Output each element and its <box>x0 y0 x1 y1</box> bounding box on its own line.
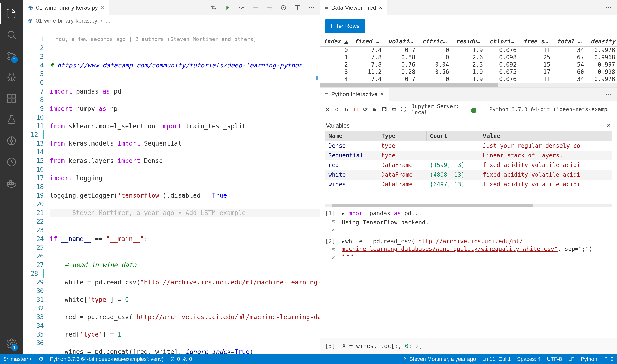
var-column-header[interactable]: Value <box>479 131 612 141</box>
blame-status[interactable]: Steven Mortimer, a year ago <box>402 356 476 362</box>
python-interactive-tab[interactable]: ≡ Python Interactive × <box>320 88 388 101</box>
branch-indicator[interactable]: master*+ <box>3 356 32 362</box>
column-header[interactable]: chlorid… <box>486 37 520 47</box>
line-gutter: 1234567891011121314151617181920212223242… <box>23 26 50 354</box>
cursor-position[interactable]: Ln 11, Col 1 <box>482 356 511 362</box>
extensions-icon[interactable] <box>0 88 23 109</box>
sync-button[interactable] <box>38 357 44 362</box>
gitlens-icon[interactable] <box>0 130 23 151</box>
sync-icon <box>38 357 44 362</box>
scm-badge: 2 <box>11 56 18 63</box>
var-column-header[interactable]: Name <box>325 131 378 141</box>
var-column-header[interactable]: Type <box>378 131 426 141</box>
code-editor[interactable]: 1234567891011121314151617181920212223242… <box>23 26 320 354</box>
column-header[interactable]: total s… <box>554 37 587 47</box>
save-icon[interactable]: 🖫 <box>382 106 387 112</box>
tab-title: 01-wine-binary-keras.py <box>36 4 98 11</box>
restart-kernel-icon[interactable]: ⟳ <box>363 106 368 112</box>
python-env[interactable]: Python 3.7.3 64-bit ('deep-nets-examples… <box>50 356 164 362</box>
compare-icon[interactable] <box>210 4 217 11</box>
table-row[interactable]: 17.80.8802.60.09825670.9968 <box>320 54 617 61</box>
data-viewer-tab[interactable]: ≡ Data Viewer - red × <box>320 0 387 15</box>
delete-cell-icon[interactable]: ✕ <box>332 254 335 261</box>
run-cell-icon[interactable] <box>238 4 245 11</box>
svg-point-25 <box>608 7 609 8</box>
column-header[interactable]: citric … <box>419 37 452 47</box>
run-above-icon[interactable] <box>252 4 259 11</box>
encoding-indicator[interactable]: UTF-8 <box>547 356 562 362</box>
variable-row[interactable]: SequentialtypeLinear stack of layers. <box>325 151 612 160</box>
variable-row[interactable]: DensetypeJust your regular densely-co <box>325 141 612 151</box>
column-header[interactable]: free su… <box>520 37 554 47</box>
variable-row[interactable]: winesDataFrame(6497, 13)fixed acidity vo… <box>325 180 612 189</box>
expand-icon[interactable]: ⛶ <box>401 106 406 112</box>
column-header[interactable]: fixed a… <box>351 37 385 47</box>
table-row[interactable]: 311.20.280.561.90.07517600.998 <box>320 68 617 76</box>
table-row[interactable]: 47.40.701.90.07611340.9978 <box>320 76 617 83</box>
horizontal-scrollbar[interactable] <box>320 83 617 87</box>
variable-row[interactable]: redDataFrame(1599, 13)fixed acidity vola… <box>325 160 612 170</box>
split-icon[interactable] <box>294 4 301 11</box>
column-header[interactable]: residua… <box>452 37 486 47</box>
codelens[interactable]: You, a few seconds ago | 2 authors (Stev… <box>50 35 320 44</box>
debug-icon[interactable] <box>0 66 23 88</box>
interactive-input[interactable]: [3] X = wines.iloc[:, 0:12] <box>320 338 617 354</box>
timeline-icon[interactable] <box>0 151 23 173</box>
more-icon[interactable] <box>605 4 612 11</box>
cell-code[interactable]: import pandas as pd... <box>345 210 612 217</box>
close-icon[interactable]: × <box>101 4 104 11</box>
more-icon[interactable] <box>308 4 315 11</box>
minimap[interactable] <box>315 26 320 354</box>
filter-rows-button[interactable]: Filter Rows <box>325 19 365 33</box>
jupyter-server-label[interactable]: Jupyter Server: local <box>411 103 466 115</box>
search-icon[interactable] <box>0 24 23 45</box>
code-content[interactable]: You, a few seconds ago | 2 authors (Stev… <box>50 26 320 354</box>
undo-icon[interactable]: ↻ <box>344 106 349 112</box>
source-control-icon[interactable]: 2 <box>0 45 23 66</box>
svg-rect-5 <box>8 94 11 98</box>
more-icon[interactable] <box>605 91 612 98</box>
column-header[interactable]: volatil… <box>385 37 419 47</box>
var-column-header[interactable]: Count <box>426 131 479 141</box>
breadcrumb[interactable]: ⊕ 01-wine-binary-keras.py › … <box>23 15 320 26</box>
stop-icon[interactable]: □ <box>353 106 358 112</box>
close-icon[interactable]: ✕ <box>606 122 611 129</box>
language-indicator[interactable]: Python <box>581 356 597 362</box>
horizontal-scrollbar[interactable] <box>325 204 612 207</box>
restart-icon[interactable] <box>280 4 287 11</box>
goto-icon[interactable]: ⇱ <box>332 218 335 225</box>
redo-icon[interactable]: ↺ <box>334 106 339 112</box>
notifications-button[interactable]: 2 <box>604 356 614 362</box>
indent-indicator[interactable]: Spaces: 4 <box>517 356 540 362</box>
close-icon[interactable]: × <box>380 91 384 98</box>
test-icon[interactable] <box>0 109 23 130</box>
explorer-icon[interactable] <box>0 3 23 24</box>
eol-indicator[interactable]: LF <box>568 356 575 362</box>
table-row[interactable]: 27.80.760.042.30.09215540.997 <box>320 61 617 68</box>
settings-gear-icon[interactable]: 1 <box>0 333 23 354</box>
docker-icon[interactable] <box>0 173 23 194</box>
run-icon[interactable] <box>224 4 231 11</box>
variables-table[interactable]: NameTypeCountValue DensetypeJust your re… <box>325 131 612 189</box>
data-table[interactable]: index ▲fixed a…volatil…citric …residua…c… <box>320 37 617 83</box>
svg-point-18 <box>271 7 272 8</box>
problems-indicator[interactable]: 0 0 <box>170 356 192 362</box>
variable-row[interactable]: whiteDataFrame(4898, 13)fixed acidity vo… <box>325 170 612 180</box>
table-row[interactable]: 07.40.701.90.07611340.9978 <box>320 47 617 54</box>
goto-icon[interactable]: ⇱ <box>332 246 335 253</box>
editor-tab[interactable]: ⊕ 01-wine-binary-keras.py × <box>23 0 109 15</box>
close-icon[interactable]: × <box>379 4 382 11</box>
column-header[interactable]: density <box>587 37 617 47</box>
blame-annotation: Steven Mortimer, a year ago • Add LSTM e… <box>72 209 246 217</box>
export-icon[interactable]: ⧉ <box>391 106 397 112</box>
delete-cell-icon[interactable]: ✕ <box>332 226 335 233</box>
variable-icon[interactable]: ▦ <box>372 106 377 112</box>
svg-point-26 <box>610 7 611 8</box>
kernel-label[interactable]: Python 3.7.3 64-bit ('deep-nets-examples… <box>489 106 612 112</box>
column-header[interactable]: index ▲ <box>320 37 351 47</box>
cancel-icon[interactable]: ✕ <box>325 106 330 112</box>
svg-rect-6 <box>8 99 11 103</box>
run-below-icon[interactable] <box>266 4 273 11</box>
cell-code[interactable]: white = pd.read_csv("http://archive.ics.… <box>345 238 612 245</box>
interactive-cells: [1] ▸ import pandas as pd... ⇱ ✕ Using T… <box>320 207 617 338</box>
